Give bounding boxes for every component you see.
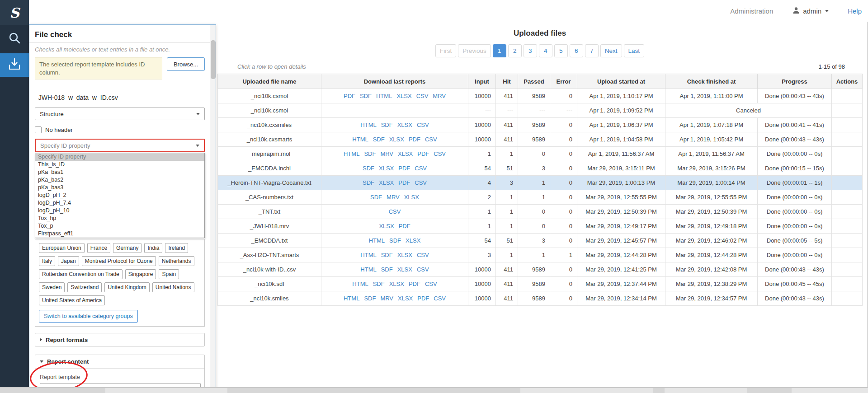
- report-link-html[interactable]: HTML: [360, 252, 376, 258]
- report-link-sdf[interactable]: SDF: [360, 93, 372, 99]
- report-link-sdf[interactable]: SDF: [363, 165, 374, 172]
- report-link-sdf[interactable]: SDF: [363, 179, 374, 186]
- panel-scrollbar[interactable]: [210, 25, 216, 393]
- table-row[interactable]: _nci10k.csmolPDFSDFHTMLXLSXCSVMRV1000041…: [218, 89, 863, 103]
- table-row[interactable]: _TNT.txtCSV1100Mar 29, 2019, 12:50:39 PM…: [218, 205, 863, 219]
- report-link-pdf[interactable]: PDF: [398, 165, 410, 172]
- table-row[interactable]: _nci10k.cxsmartsHTMLSDFXLSXPDFCSV1000041…: [218, 132, 863, 147]
- table-row[interactable]: _EMCDDA.inchiSDFXLSXPDFCSV545130Mar 29, …: [218, 161, 863, 176]
- panel-scrollbar-thumb[interactable]: [211, 40, 216, 79]
- category-chip[interactable]: Netherlands: [159, 256, 194, 266]
- category-chip[interactable]: Japan: [58, 256, 79, 266]
- id-property-option[interactable]: Tox_hp: [35, 215, 204, 222]
- category-chip[interactable]: United Nations: [152, 282, 194, 292]
- category-chip[interactable]: Switzerland: [67, 282, 102, 292]
- category-chip[interactable]: India: [144, 243, 162, 253]
- administration-link[interactable]: Administration: [730, 7, 773, 15]
- report-link-sdf[interactable]: SDF: [381, 266, 393, 273]
- report-link-html[interactable]: HTML: [369, 237, 385, 244]
- switch-category-groups-button[interactable]: Switch to available category groups: [39, 310, 138, 323]
- report-link-pdf[interactable]: PDF: [409, 281, 420, 287]
- report-link-sdf[interactable]: SDF: [364, 150, 376, 157]
- help-link[interactable]: Help: [848, 7, 862, 15]
- table-row[interactable]: _nci10k-with-ID..csvHTMLSDFXLSXCSV100004…: [218, 262, 863, 277]
- report-link-csv[interactable]: CSV: [416, 93, 429, 99]
- report-link-pdf[interactable]: PDF: [398, 179, 410, 186]
- report-link-sdf[interactable]: SDF: [370, 194, 382, 201]
- report-link-sdf[interactable]: SDF: [389, 237, 401, 244]
- category-chip[interactable]: Sweden: [39, 282, 65, 292]
- report-link-pdf[interactable]: PDF: [409, 136, 420, 143]
- report-link-sdf[interactable]: SDF: [381, 252, 393, 258]
- table-row[interactable]: _EMCDDA.txtHTMLSDFXLSX545130Mar 29, 2019…: [218, 234, 863, 248]
- id-property-option[interactable]: Firstpass_eff1: [35, 230, 204, 238]
- table-row[interactable]: _nci10k.smilesHTMLSDFMRVXLSXPDFCSV100004…: [218, 291, 863, 306]
- category-chip[interactable]: United States of America: [39, 295, 105, 305]
- id-property-option[interactable]: Specify ID property: [35, 153, 204, 161]
- report-link-xlsx[interactable]: XLSX: [379, 165, 394, 172]
- report-link-xlsx[interactable]: XLSX: [379, 223, 394, 229]
- report-link-xlsx[interactable]: XLSX: [389, 281, 404, 287]
- report-link-csv[interactable]: CSV: [415, 165, 427, 172]
- report-link-csv[interactable]: CSV: [434, 295, 446, 302]
- report-link-xlsx[interactable]: XLSX: [398, 150, 413, 157]
- category-chip[interactable]: Spain: [159, 269, 179, 279]
- id-property-option[interactable]: pKa_bas3: [35, 184, 204, 192]
- category-chip[interactable]: Montreal Protocol for Ozone: [82, 256, 156, 266]
- page-button-7[interactable]: 7: [585, 44, 599, 57]
- category-chip[interactable]: Ireland: [165, 243, 188, 253]
- id-property-option[interactable]: logD_pH_10: [35, 207, 204, 215]
- report-link-mrv[interactable]: MRV: [380, 150, 393, 157]
- table-row[interactable]: _nci10k.csmol------------Apr 1, 2019, 1:…: [218, 103, 863, 118]
- report-link-html[interactable]: HTML: [352, 136, 368, 143]
- id-property-option[interactable]: pKa_bas2: [35, 176, 204, 184]
- report-link-xlsx[interactable]: XLSX: [397, 122, 412, 128]
- page-button-1[interactable]: 1: [493, 44, 506, 57]
- report-content-header[interactable]: Report content: [35, 355, 204, 369]
- id-property-option[interactable]: logD_pH_2: [35, 192, 204, 199]
- report-link-html[interactable]: HTML: [376, 93, 392, 99]
- category-chip[interactable]: Singapore: [125, 269, 156, 279]
- report-link-html[interactable]: HTML: [344, 150, 359, 157]
- table-row[interactable]: _mepirapim.molHTMLSDFMRVXLSXPDFCSV1100Ap…: [218, 147, 863, 161]
- id-property-select[interactable]: Specify ID property: [35, 139, 205, 152]
- report-link-sdf[interactable]: SDF: [364, 295, 376, 302]
- browse-button[interactable]: Browse...: [167, 57, 205, 71]
- category-chip[interactable]: European Union: [39, 243, 85, 253]
- report-link-xlsx[interactable]: XLSX: [389, 136, 404, 143]
- report-link-xlsx[interactable]: XLSX: [396, 93, 411, 99]
- report-link-sdf[interactable]: SDF: [373, 281, 385, 287]
- report-link-xlsx[interactable]: XLSX: [406, 237, 420, 244]
- table-row[interactable]: _nci10k.cxsmilesHTMLSDFXLSXCSV1000041195…: [218, 118, 863, 132]
- report-link-pdf[interactable]: PDF: [417, 295, 429, 302]
- sidebar-item-file-check[interactable]: [0, 53, 29, 77]
- id-property-option[interactable]: Tox_p: [35, 222, 204, 230]
- report-link-mrv[interactable]: MRV: [380, 295, 393, 302]
- report-link-mrv[interactable]: MRV: [433, 93, 446, 99]
- category-chip[interactable]: Germany: [113, 243, 142, 253]
- id-property-option[interactable]: logD_pH_7.4: [35, 199, 204, 207]
- report-link-csv[interactable]: CSV: [415, 179, 427, 186]
- report-link-xlsx[interactable]: XLSX: [404, 194, 419, 201]
- structure-select[interactable]: Structure: [35, 108, 205, 120]
- report-link-csv[interactable]: CSV: [434, 150, 446, 157]
- page-button-4[interactable]: 4: [539, 44, 552, 57]
- report-link-pdf[interactable]: PDF: [344, 93, 355, 99]
- no-header-checkbox[interactable]: [35, 126, 42, 133]
- id-property-option[interactable]: This_is_ID: [35, 161, 204, 168]
- report-link-sdf[interactable]: SDF: [373, 136, 385, 143]
- report-link-xlsx[interactable]: XLSX: [398, 295, 413, 302]
- report-link-pdf[interactable]: PDF: [417, 150, 429, 157]
- report-link-csv[interactable]: CSV: [389, 208, 401, 215]
- table-row[interactable]: _Asx-H2O-TNT.smartsHTMLSDFXLSXCSV3111Mar…: [218, 248, 863, 262]
- page-button-last[interactable]: Last: [624, 44, 645, 57]
- report-link-html[interactable]: HTML: [360, 122, 376, 128]
- table-row[interactable]: _Heroin-TNT-Viagra-Cocaine.txtSDFXLSXPDF…: [218, 176, 863, 190]
- report-link-xlsx[interactable]: XLSX: [397, 266, 412, 273]
- category-chip[interactable]: United Kingdom: [104, 282, 149, 292]
- report-link-xlsx[interactable]: XLSX: [379, 179, 394, 186]
- report-link-html[interactable]: HTML: [360, 266, 376, 273]
- category-chip[interactable]: France: [87, 243, 110, 253]
- report-link-mrv[interactable]: MRV: [387, 194, 400, 201]
- report-link-csv[interactable]: CSV: [417, 266, 429, 273]
